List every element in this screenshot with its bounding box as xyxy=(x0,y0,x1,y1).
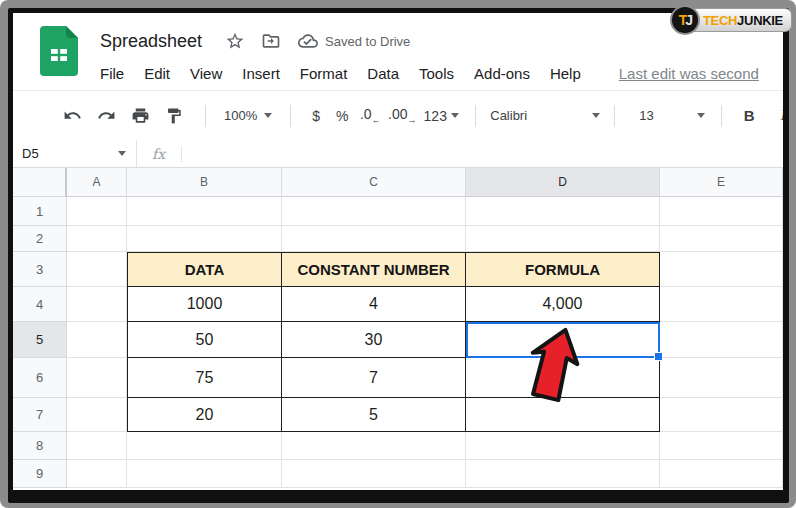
row-header-4[interactable]: 4 xyxy=(13,287,67,322)
screenshot-stage: TJ TECHJUNKIE Spreadsheet xyxy=(0,0,796,508)
increase-decimal-button[interactable]: .00→ xyxy=(385,106,419,125)
cell-A9[interactable] xyxy=(67,460,127,488)
row-header-6[interactable]: 6 xyxy=(13,358,67,398)
cell-A1[interactable] xyxy=(67,197,127,226)
cell-A2[interactable] xyxy=(67,226,127,252)
column-header-D[interactable]: D xyxy=(466,168,660,197)
cell-D2[interactable] xyxy=(466,226,660,252)
cell-A7[interactable] xyxy=(67,398,127,432)
fill-handle[interactable] xyxy=(654,352,663,361)
column-header-A[interactable]: A xyxy=(67,168,127,197)
cell-C1[interactable] xyxy=(282,197,466,226)
toolbar-divider xyxy=(721,105,722,127)
menu-add-ons[interactable]: Add-ons xyxy=(474,65,530,82)
cloud-check-icon xyxy=(298,31,318,51)
font-select[interactable]: Calibri xyxy=(488,108,602,123)
menu-insert[interactable]: Insert xyxy=(242,65,280,82)
menu-format[interactable]: Format xyxy=(300,65,348,82)
name-box-value: D5 xyxy=(22,146,39,161)
paint-format-button[interactable] xyxy=(159,101,189,131)
cell-D1[interactable] xyxy=(466,197,660,226)
cell-B3[interactable]: DATA xyxy=(127,252,282,287)
cell-A8[interactable] xyxy=(67,432,127,460)
bold-button[interactable]: B xyxy=(734,101,764,131)
google-sheets-icon[interactable] xyxy=(40,26,78,76)
zoom-select[interactable]: 100% xyxy=(218,108,278,123)
cell-E3[interactable] xyxy=(660,252,783,287)
menu-file[interactable]: File xyxy=(100,65,124,82)
menu-view[interactable]: View xyxy=(190,65,222,82)
cell-C5[interactable]: 30 xyxy=(282,322,466,358)
italic-button[interactable]: I xyxy=(768,101,783,131)
cell-B8[interactable] xyxy=(127,432,282,460)
cell-C4[interactable]: 4 xyxy=(282,287,466,322)
cell-E7[interactable] xyxy=(660,398,783,432)
cell-B6[interactable]: 75 xyxy=(127,358,282,398)
cell-B5[interactable]: 50 xyxy=(127,322,282,358)
row-header-5[interactable]: 5 xyxy=(13,322,67,358)
last-edit-link[interactable]: Last edit was second xyxy=(619,65,759,82)
cell-E4[interactable] xyxy=(660,287,783,322)
cell-B1[interactable] xyxy=(127,197,282,226)
chevron-down-icon xyxy=(118,151,126,156)
column-header-B[interactable]: B xyxy=(127,168,282,197)
print-button[interactable] xyxy=(125,101,155,131)
decrease-decimal-button[interactable]: .0← xyxy=(355,106,385,125)
row-header-1[interactable]: 1 xyxy=(13,197,67,226)
name-box[interactable]: D5 xyxy=(13,140,137,167)
toolbar-divider xyxy=(290,105,291,127)
redo-button[interactable] xyxy=(91,101,121,131)
cell-B9[interactable] xyxy=(127,460,282,488)
formula-input[interactable] xyxy=(182,140,783,167)
star-icon[interactable] xyxy=(224,30,246,52)
spreadsheet-grid: ABCDE123456789DATACONSTANT NUMBERFORMULA… xyxy=(13,168,783,490)
cell-E5[interactable] xyxy=(660,322,783,358)
menu-help[interactable]: Help xyxy=(550,65,581,82)
cell-D4[interactable]: 4,000 xyxy=(466,287,660,322)
menu-data[interactable]: Data xyxy=(367,65,399,82)
cell-E1[interactable] xyxy=(660,197,783,226)
move-to-folder-icon[interactable] xyxy=(260,30,282,52)
row-header-8[interactable]: 8 xyxy=(13,432,67,460)
cell-C3[interactable]: CONSTANT NUMBER xyxy=(282,252,466,287)
cell-C2[interactable] xyxy=(282,226,466,252)
format-currency-button[interactable]: $ xyxy=(303,108,329,124)
column-header-C[interactable]: C xyxy=(282,168,466,197)
cell-A3[interactable] xyxy=(67,252,127,287)
cell-C8[interactable] xyxy=(282,432,466,460)
menu-tools[interactable]: Tools xyxy=(419,65,454,82)
row-header-3[interactable]: 3 xyxy=(13,252,67,287)
cell-B4[interactable]: 1000 xyxy=(127,287,282,322)
cell-D3[interactable]: FORMULA xyxy=(466,252,660,287)
cell-A5[interactable] xyxy=(67,322,127,358)
document-title[interactable]: Spreadsheet xyxy=(100,31,202,52)
column-header-E[interactable]: E xyxy=(660,168,783,197)
formula-bar: D5 fx xyxy=(13,140,783,168)
cell-C6[interactable]: 7 xyxy=(282,358,466,398)
cell-B7[interactable]: 20 xyxy=(127,398,282,432)
menu-edit[interactable]: Edit xyxy=(144,65,170,82)
cell-C7[interactable]: 5 xyxy=(282,398,466,432)
cell-E6[interactable] xyxy=(660,358,783,398)
cell-A6[interactable] xyxy=(67,358,127,398)
menubar: File Edit View Insert Format Data Tools … xyxy=(100,61,783,86)
cell-E2[interactable] xyxy=(660,226,783,252)
save-status[interactable]: Saved to Drive xyxy=(298,31,410,51)
cell-C9[interactable] xyxy=(282,460,466,488)
format-percent-button[interactable]: % xyxy=(329,108,355,124)
more-formats-button[interactable]: 123 xyxy=(419,108,463,124)
cell-A4[interactable] xyxy=(67,287,127,322)
undo-button[interactable] xyxy=(57,101,87,131)
cell-D9[interactable] xyxy=(466,460,660,488)
font-size-select[interactable]: 13 xyxy=(627,108,709,123)
row-header-9[interactable]: 9 xyxy=(13,460,67,488)
chevron-down-icon xyxy=(451,113,459,118)
grid-corner[interactable] xyxy=(13,168,67,197)
row-header-2[interactable]: 2 xyxy=(13,226,67,252)
row-header-7[interactable]: 7 xyxy=(13,398,67,432)
cell-D8[interactable] xyxy=(466,432,660,460)
cell-E8[interactable] xyxy=(660,432,783,460)
cell-E9[interactable] xyxy=(660,460,783,488)
sheets-app-window: Spreadsheet Saved to Drive File Edit Vie… xyxy=(13,13,783,490)
cell-B2[interactable] xyxy=(127,226,282,252)
